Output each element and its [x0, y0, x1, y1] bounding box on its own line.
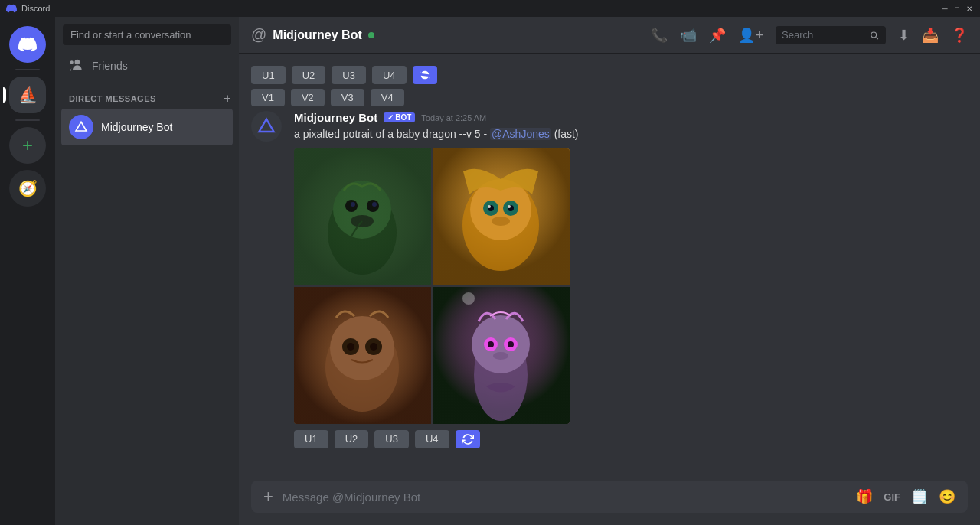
prev-v1-button[interactable]: V1: [251, 89, 285, 106]
friends-button[interactable]: Friends: [61, 52, 233, 80]
emoji-icon[interactable]: 😊: [939, 488, 956, 505]
sticker-icon[interactable]: 🗒️: [911, 488, 928, 505]
svg-point-26: [347, 343, 354, 351]
messages-area: U1 U2 U3 U4 V1 V2 V3 V4: [239, 54, 980, 481]
message-text: a pixalted potrait of a baby dragon --v …: [294, 127, 968, 142]
title-bar-title: Discord: [21, 4, 50, 13]
active-indicator: [3, 87, 6, 103]
friends-label: Friends: [92, 60, 128, 72]
prev-u2-button[interactable]: U2: [292, 66, 326, 84]
boat-server-icon: ⛵: [18, 86, 38, 104]
dragon-image-4: [433, 287, 570, 424]
dragon-image-1: [294, 148, 431, 285]
inbox-icon[interactable]: 📥: [922, 27, 939, 44]
prev-refresh-button[interactable]: [413, 66, 437, 84]
message-mention[interactable]: @AshJones: [490, 128, 551, 140]
video-icon[interactable]: 📹: [680, 27, 697, 44]
title-bar-left: Discord: [6, 3, 50, 14]
u2-button[interactable]: U2: [335, 430, 369, 448]
maximize-button[interactable]: □: [952, 4, 962, 13]
minimize-button[interactable]: ─: [940, 4, 949, 13]
rail-item-home[interactable]: [9, 26, 46, 63]
dm-add-button[interactable]: +: [224, 93, 231, 105]
message-input[interactable]: [283, 481, 847, 513]
refresh-button[interactable]: [456, 430, 480, 448]
add-member-icon[interactable]: 👤+: [738, 27, 763, 44]
message-author: Midjourney Bot: [294, 111, 377, 124]
bot-badge: ✓ BOT: [384, 112, 415, 122]
bot-badge-check: ✓: [387, 113, 394, 122]
message-avatar: [251, 111, 282, 142]
search-icon: [869, 29, 880, 41]
dm-section-header: DIRECT MESSAGES +: [55, 80, 239, 108]
discord-logo-icon: [6, 3, 17, 14]
search-bar[interactable]: Find or start a conversation: [63, 24, 231, 45]
svg-point-18: [508, 205, 511, 208]
image-cell-3[interactable]: [294, 287, 431, 424]
icon-rail: ⛵ + 🧭: [0, 17, 55, 525]
u4-button[interactable]: U4: [415, 430, 449, 448]
image-cell-2[interactable]: [433, 148, 570, 285]
prev-v4-button[interactable]: V4: [371, 89, 404, 106]
current-u-buttons: U1 U2 U3 U4: [294, 430, 968, 448]
previous-v-buttons: V1 V2 V3 V4: [251, 89, 968, 106]
close-button[interactable]: ✕: [965, 4, 974, 13]
gift-icon[interactable]: 🎁: [856, 488, 873, 505]
chat-header: @ Midjourney Bot 📞 📹 📌 👤+ ⬇ 📥 ❓: [239, 17, 980, 54]
pin-icon[interactable]: 📌: [709, 27, 726, 44]
gif-icon[interactable]: GIF: [884, 491, 900, 503]
previous-u-buttons: U1 U2 U3 U4: [251, 66, 968, 84]
prev-u4-button[interactable]: U4: [372, 66, 407, 84]
chat-header-name: Midjourney Bot: [273, 28, 361, 42]
image-grid: [294, 148, 570, 424]
image-cell-1[interactable]: [294, 148, 431, 285]
header-search[interactable]: [776, 26, 886, 44]
download-icon[interactable]: ⬇: [898, 27, 910, 44]
app-layout: ⛵ + 🧭 Find or start a conversation Frien…: [0, 17, 980, 525]
rail-divider: [15, 69, 40, 70]
prev-u3-button[interactable]: U3: [332, 66, 366, 84]
message-input-wrap: + 🎁 GIF 🗒️ 😊: [251, 481, 968, 513]
message-timestamp: Today at 2:25 AM: [421, 113, 486, 122]
dm-avatar-midjourney: [69, 115, 93, 139]
search-input[interactable]: [782, 29, 864, 41]
title-bar: Discord ─ □ ✕: [0, 0, 980, 17]
u3-button[interactable]: U3: [374, 430, 409, 448]
message-header: Midjourney Bot ✓ BOT Today at 2:25 AM: [294, 111, 968, 124]
svg-point-19: [492, 217, 510, 226]
message-input-area: + 🎁 GIF 🗒️ 😊: [239, 481, 980, 525]
refresh-icon: [419, 69, 431, 81]
input-right-icons: 🎁 GIF 🗒️ 😊: [856, 488, 956, 505]
svg-point-31: [472, 315, 530, 373]
chat-area: @ Midjourney Bot 📞 📹 📌 👤+ ⬇ 📥 ❓: [239, 17, 980, 525]
prev-u1-button[interactable]: U1: [251, 66, 286, 84]
bot-badge-label: BOT: [395, 113, 411, 122]
u1-button[interactable]: U1: [294, 430, 328, 448]
message-text-content: a pixalted potrait of a baby dragon --v …: [294, 128, 490, 140]
rail-item-explore[interactable]: 🧭: [9, 170, 46, 207]
svg-point-23: [330, 316, 394, 380]
message-text-suffix: (fast): [551, 128, 579, 140]
title-bar-controls: ─ □ ✕: [940, 4, 974, 13]
phone-icon[interactable]: 📞: [651, 27, 668, 44]
online-indicator: [368, 32, 374, 38]
chat-header-right: 📞 📹 📌 👤+ ⬇ 📥 ❓: [651, 26, 968, 44]
image-cell-4[interactable]: [433, 287, 570, 424]
svg-point-34: [488, 341, 494, 347]
bot-avatar-icon: [256, 116, 277, 137]
help-icon[interactable]: ❓: [951, 27, 968, 44]
dm-name-midjourney: Midjourney Bot: [101, 121, 172, 133]
compass-icon: 🧭: [18, 179, 38, 197]
svg-point-17: [488, 205, 491, 208]
discord-icon: [18, 35, 37, 54]
prev-v2-button[interactable]: V2: [291, 89, 325, 106]
prev-v3-button[interactable]: V3: [331, 89, 364, 106]
dm-header-label: DIRECT MESSAGES: [69, 94, 156, 103]
rail-add-server[interactable]: +: [9, 127, 46, 164]
attach-button[interactable]: +: [263, 481, 273, 513]
search-placeholder: Find or start a conversation: [70, 29, 191, 41]
svg-point-35: [508, 341, 514, 347]
dm-item-midjourney[interactable]: Midjourney Bot: [61, 109, 233, 145]
rail-item-boat-server[interactable]: ⛵: [9, 77, 46, 113]
chat-header-left: @ Midjourney Bot: [251, 26, 374, 44]
